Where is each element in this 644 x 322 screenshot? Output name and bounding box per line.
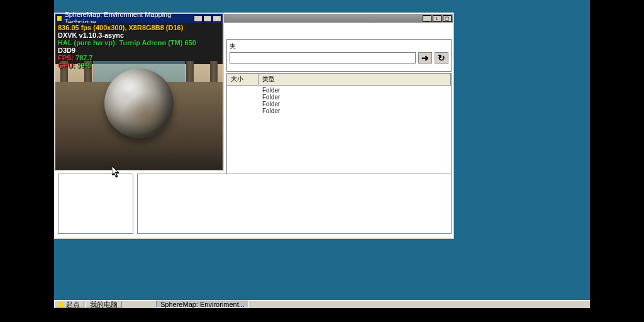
start-icon <box>58 302 64 308</box>
min-button[interactable]: _ <box>423 15 431 22</box>
hud-gpu: GPU: 39% <box>58 62 196 69</box>
app-icon <box>57 15 62 21</box>
hud-gpu-name: HAL (pure hw vp): Turnip Adreno (TM) 650 <box>58 39 196 47</box>
list-item[interactable]: Folder <box>227 108 451 114</box>
hud-fps-mode: 836.05 fps (400x300), X8R8G8B8 (D16) <box>58 24 196 31</box>
dx-window: SphereMap: Environment Mapping Technique… <box>54 13 224 171</box>
list-header[interactable]: 大小 类型 <box>227 74 451 86</box>
hud-dxvk-version: DXVK v1.10.3-async <box>58 31 196 39</box>
nav-panel: 夹 ➜ ↻ <box>226 39 452 72</box>
col-size[interactable]: 大小 <box>227 74 258 85</box>
hud-fps: FPS: 787.7 <box>58 54 196 62</box>
list-body: Folder Folder Folder Folder <box>227 86 451 116</box>
screen: _ L ▢ 夹 ➜ ↻ 大小 类型 Folder Folder Folder F… <box>0 0 644 322</box>
tree-panel[interactable] <box>58 174 133 234</box>
refresh-button[interactable]: ↻ <box>435 52 448 64</box>
start-button[interactable]: 起点 <box>54 301 84 308</box>
taskbar-item-computer[interactable]: 我的电脑 <box>86 301 122 308</box>
path-input[interactable] <box>230 52 416 64</box>
letterbox-bottom <box>54 308 590 322</box>
col-type[interactable]: 类型 <box>258 74 451 85</box>
list-item[interactable]: Folder <box>227 94 451 101</box>
nav-label: 夹 <box>230 42 448 51</box>
stats-hud: 836.05 fps (400x300), X8R8G8B8 (D16) DXV… <box>58 24 196 69</box>
taskbar[interactable]: 起点 我的电脑 SphereMap: Environment... <box>54 300 590 308</box>
dx-min-button[interactable]: _ <box>194 15 203 22</box>
go-button[interactable]: ➜ <box>418 52 432 64</box>
details-panel[interactable] <box>137 174 452 234</box>
max-button[interactable]: L <box>433 15 441 22</box>
sphere-mesh <box>104 69 174 138</box>
dx-close-button[interactable]: × <box>213 15 221 22</box>
list-item[interactable]: Folder <box>227 101 451 108</box>
dx-max-button[interactable]: □ <box>203 15 212 22</box>
hud-api: D3D9 <box>58 47 196 54</box>
close-button[interactable]: ▢ <box>443 15 452 22</box>
list-item[interactable]: Folder <box>227 87 451 94</box>
taskbar-item-spheremap[interactable]: SphereMap: Environment... <box>156 301 249 308</box>
dx-titlebar[interactable]: SphereMap: Environment Mapping Technique… <box>55 14 223 23</box>
render-viewport[interactable]: 836.05 fps (400x300), X8R8G8B8 (D16) DXV… <box>55 23 223 170</box>
